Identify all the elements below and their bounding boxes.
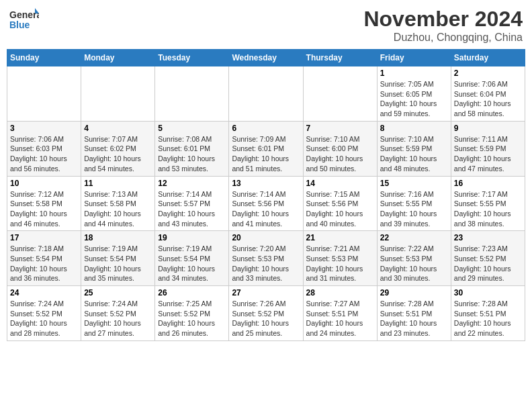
day-number: 14 (306, 179, 374, 188)
calendar-cell: 18Sunrise: 7:19 AM Sunset: 5:54 PM Dayli… (81, 231, 155, 286)
day-info: Sunrise: 7:14 AM Sunset: 5:57 PM Dayligh… (158, 189, 226, 229)
calendar-cell: 12Sunrise: 7:14 AM Sunset: 5:57 PM Dayli… (155, 176, 229, 231)
day-header-monday: Monday (81, 50, 155, 66)
day-info: Sunrise: 7:05 AM Sunset: 6:05 PM Dayligh… (380, 79, 448, 119)
calendar-cell: 9Sunrise: 7:11 AM Sunset: 5:59 PM Daylig… (451, 121, 525, 176)
day-number: 27 (232, 288, 300, 298)
logo: General Blue (9, 7, 42, 32)
day-info: Sunrise: 7:16 AM Sunset: 5:55 PM Dayligh… (380, 189, 448, 229)
title-block: November 2024 Duzhou, Chongqing, China (363, 7, 523, 44)
day-number: 22 (380, 233, 448, 242)
day-info: Sunrise: 7:13 AM Sunset: 5:58 PM Dayligh… (84, 189, 152, 229)
day-info: Sunrise: 7:27 AM Sunset: 5:51 PM Dayligh… (306, 299, 374, 338)
day-info: Sunrise: 7:28 AM Sunset: 5:51 PM Dayligh… (454, 299, 522, 338)
calendar-week-5: 24Sunrise: 7:24 AM Sunset: 5:52 PM Dayli… (7, 286, 525, 341)
day-number: 23 (454, 233, 522, 242)
day-number: 26 (158, 288, 226, 298)
day-info: Sunrise: 7:25 AM Sunset: 5:52 PM Dayligh… (158, 299, 226, 338)
day-header-friday: Friday (377, 50, 451, 66)
page-header: General Blue November 2024 Duzhou, Chong… (7, 7, 525, 44)
calendar-cell (229, 66, 303, 122)
day-number: 16 (454, 179, 522, 188)
calendar-cell: 19Sunrise: 7:19 AM Sunset: 5:54 PM Dayli… (155, 231, 229, 286)
day-info: Sunrise: 7:18 AM Sunset: 5:54 PM Dayligh… (10, 244, 78, 283)
svg-text:Blue: Blue (9, 19, 30, 30)
day-number: 17 (10, 233, 78, 242)
day-info: Sunrise: 7:20 AM Sunset: 5:53 PM Dayligh… (232, 244, 300, 283)
calendar-cell: 13Sunrise: 7:14 AM Sunset: 5:56 PM Dayli… (229, 176, 303, 231)
day-info: Sunrise: 7:10 AM Sunset: 5:59 PM Dayligh… (380, 134, 448, 174)
calendar-cell: 15Sunrise: 7:16 AM Sunset: 5:55 PM Dayli… (377, 176, 451, 231)
calendar-cell: 24Sunrise: 7:24 AM Sunset: 5:52 PM Dayli… (7, 286, 81, 341)
calendar-cell (7, 66, 81, 122)
day-info: Sunrise: 7:15 AM Sunset: 5:56 PM Dayligh… (306, 189, 374, 229)
calendar-cell: 2Sunrise: 7:06 AM Sunset: 6:04 PM Daylig… (451, 66, 525, 122)
day-info: Sunrise: 7:19 AM Sunset: 5:54 PM Dayligh… (158, 244, 226, 283)
calendar-cell: 23Sunrise: 7:23 AM Sunset: 5:52 PM Dayli… (451, 231, 525, 286)
calendar-cell: 10Sunrise: 7:12 AM Sunset: 5:58 PM Dayli… (7, 176, 81, 231)
day-number: 30 (454, 288, 522, 298)
day-info: Sunrise: 7:10 AM Sunset: 6:00 PM Dayligh… (306, 134, 374, 174)
calendar-cell: 14Sunrise: 7:15 AM Sunset: 5:56 PM Dayli… (303, 176, 377, 231)
day-info: Sunrise: 7:19 AM Sunset: 5:54 PM Dayligh… (84, 244, 152, 283)
day-info: Sunrise: 7:12 AM Sunset: 5:58 PM Dayligh… (10, 189, 78, 229)
day-header-wednesday: Wednesday (229, 50, 303, 66)
calendar-cell (81, 66, 155, 122)
day-number: 8 (380, 124, 448, 133)
day-number: 18 (84, 233, 152, 242)
calendar-week-2: 3Sunrise: 7:06 AM Sunset: 6:03 PM Daylig… (7, 121, 525, 176)
day-number: 28 (306, 288, 374, 298)
day-info: Sunrise: 7:06 AM Sunset: 6:04 PM Dayligh… (454, 79, 522, 119)
calendar-cell (303, 66, 377, 122)
day-header-thursday: Thursday (303, 50, 377, 66)
calendar-cell: 29Sunrise: 7:28 AM Sunset: 5:51 PM Dayli… (377, 286, 451, 341)
calendar-header-row: SundayMondayTuesdayWednesdayThursdayFrid… (7, 50, 525, 66)
day-info: Sunrise: 7:23 AM Sunset: 5:52 PM Dayligh… (454, 244, 522, 283)
calendar-cell: 5Sunrise: 7:08 AM Sunset: 6:01 PM Daylig… (155, 121, 229, 176)
day-number: 20 (232, 233, 300, 242)
svg-text:General: General (9, 9, 39, 20)
calendar-cell: 6Sunrise: 7:09 AM Sunset: 6:01 PM Daylig… (229, 121, 303, 176)
day-number: 24 (10, 288, 78, 298)
day-number: 13 (232, 179, 300, 188)
day-number: 7 (306, 124, 374, 133)
calendar-cell: 22Sunrise: 7:22 AM Sunset: 5:53 PM Dayli… (377, 231, 451, 286)
day-number: 5 (158, 124, 226, 133)
calendar-cell: 4Sunrise: 7:07 AM Sunset: 6:02 PM Daylig… (81, 121, 155, 176)
day-info: Sunrise: 7:17 AM Sunset: 5:55 PM Dayligh… (454, 189, 522, 229)
day-number: 2 (454, 68, 522, 78)
day-number: 3 (10, 124, 78, 133)
day-info: Sunrise: 7:06 AM Sunset: 6:03 PM Dayligh… (10, 134, 78, 174)
day-number: 12 (158, 179, 226, 188)
day-info: Sunrise: 7:22 AM Sunset: 5:53 PM Dayligh… (380, 244, 448, 283)
calendar-cell: 26Sunrise: 7:25 AM Sunset: 5:52 PM Dayli… (155, 286, 229, 341)
day-number: 21 (306, 233, 374, 242)
day-number: 6 (232, 124, 300, 133)
calendar-cell: 30Sunrise: 7:28 AM Sunset: 5:51 PM Dayli… (451, 286, 525, 341)
calendar-cell (155, 66, 229, 122)
day-info: Sunrise: 7:21 AM Sunset: 5:53 PM Dayligh… (306, 244, 374, 283)
location: Duzhou, Chongqing, China (363, 32, 523, 44)
day-number: 25 (84, 288, 152, 298)
day-info: Sunrise: 7:14 AM Sunset: 5:56 PM Dayligh… (232, 189, 300, 229)
day-number: 9 (454, 124, 522, 133)
logo-icon: General Blue (9, 7, 39, 32)
day-number: 4 (84, 124, 152, 133)
day-info: Sunrise: 7:07 AM Sunset: 6:02 PM Dayligh… (84, 134, 152, 174)
calendar-table: SundayMondayTuesdayWednesdayThursdayFrid… (7, 49, 525, 341)
day-header-sunday: Sunday (7, 50, 81, 66)
day-number: 11 (84, 179, 152, 188)
calendar-week-4: 17Sunrise: 7:18 AM Sunset: 5:54 PM Dayli… (7, 231, 525, 286)
calendar-cell: 28Sunrise: 7:27 AM Sunset: 5:51 PM Dayli… (303, 286, 377, 341)
day-header-tuesday: Tuesday (155, 50, 229, 66)
day-info: Sunrise: 7:26 AM Sunset: 5:52 PM Dayligh… (232, 299, 300, 338)
calendar-cell: 17Sunrise: 7:18 AM Sunset: 5:54 PM Dayli… (7, 231, 81, 286)
day-number: 19 (158, 233, 226, 242)
calendar-week-3: 10Sunrise: 7:12 AM Sunset: 5:58 PM Dayli… (7, 176, 525, 231)
day-info: Sunrise: 7:28 AM Sunset: 5:51 PM Dayligh… (380, 299, 448, 338)
calendar-cell: 11Sunrise: 7:13 AM Sunset: 5:58 PM Dayli… (81, 176, 155, 231)
day-info: Sunrise: 7:24 AM Sunset: 5:52 PM Dayligh… (10, 299, 78, 338)
month-year: November 2024 (363, 7, 523, 32)
day-number: 1 (380, 68, 448, 78)
day-number: 29 (380, 288, 448, 298)
